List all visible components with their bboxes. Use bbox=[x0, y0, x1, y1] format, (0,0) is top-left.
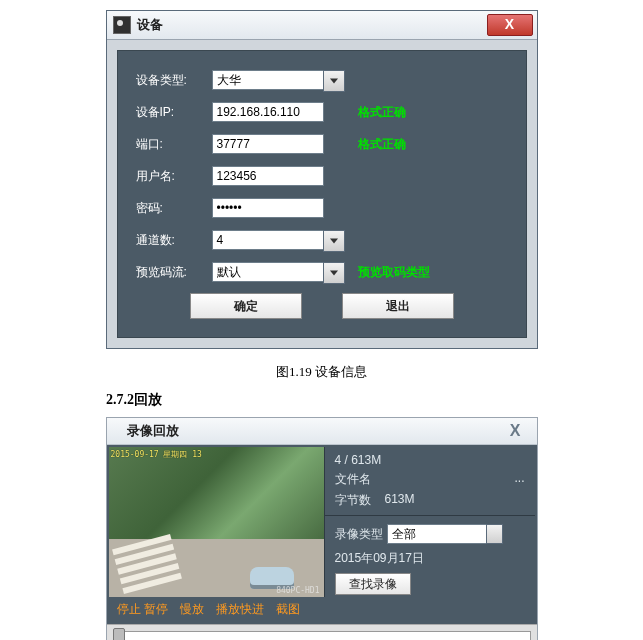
dropdown-arrow-icon[interactable] bbox=[323, 230, 345, 252]
video-watermark: 840PC-HD1 bbox=[276, 586, 319, 595]
file-value: ... bbox=[514, 471, 524, 488]
record-date: 2015年09月17日 bbox=[335, 550, 424, 567]
svg-marker-1 bbox=[330, 239, 338, 244]
username-input[interactable]: 123456 bbox=[212, 166, 324, 186]
channels-value: 4 bbox=[217, 233, 224, 247]
close-button[interactable]: X bbox=[487, 14, 533, 36]
channels-select[interactable]: 4 bbox=[212, 230, 324, 250]
device-dialog: 设备 X 设备类型: 大华 设备IP: 192.168.16.110 格式正确 bbox=[106, 10, 538, 349]
password-value: •••••• bbox=[217, 201, 242, 215]
camera-icon bbox=[113, 424, 127, 438]
svg-marker-0 bbox=[330, 79, 338, 84]
fast-button[interactable]: 播放快进 bbox=[216, 601, 264, 618]
file-label: 文件名 bbox=[335, 471, 385, 488]
bytes-value: 613M bbox=[385, 492, 415, 509]
dropdown-arrow-icon[interactable] bbox=[323, 70, 345, 92]
preview-stream-value: 默认 bbox=[217, 264, 241, 281]
record-type-label: 录像类型 bbox=[335, 526, 387, 543]
preview-stream-select[interactable]: 默认 bbox=[212, 262, 324, 282]
label-channels: 通道数: bbox=[136, 232, 212, 249]
dropdown-arrow-icon[interactable] bbox=[323, 262, 345, 284]
bytes-label: 字节数 bbox=[335, 492, 385, 509]
stop-pause-button[interactable]: 停止 暂停 bbox=[117, 601, 168, 618]
playback-body: 2015-09-17 星期四 13 840PC-HD1 4 / 613M 文件名… bbox=[107, 445, 537, 624]
port-value: 37777 bbox=[217, 137, 250, 151]
record-type-select[interactable]: 全部 bbox=[387, 524, 487, 544]
device-dialog-title: 设备 bbox=[137, 16, 163, 34]
label-port: 端口: bbox=[136, 136, 212, 153]
port-valid-msg: 格式正确 bbox=[358, 136, 406, 153]
close-button[interactable]: X bbox=[501, 422, 531, 440]
snapshot-button[interactable]: 截图 bbox=[276, 601, 300, 618]
device-type-value: 大华 bbox=[217, 72, 241, 89]
section-heading: 2.7.2回放 bbox=[106, 391, 643, 409]
timeline[interactable] bbox=[107, 624, 537, 640]
timeline-track bbox=[113, 631, 531, 640]
slow-button[interactable]: 慢放 bbox=[180, 601, 204, 618]
figure-caption: 图1.19 设备信息 bbox=[0, 363, 643, 381]
label-device-type: 设备类型: bbox=[136, 72, 212, 89]
label-username: 用户名: bbox=[136, 168, 212, 185]
port-input[interactable]: 37777 bbox=[212, 134, 324, 154]
password-input[interactable]: •••••• bbox=[212, 198, 324, 218]
video-preview[interactable]: 2015-09-17 星期四 13 840PC-HD1 bbox=[109, 447, 324, 597]
camera-icon bbox=[113, 16, 131, 34]
ip-valid-msg: 格式正确 bbox=[358, 104, 406, 121]
search-record-button[interactable]: 查找录像 bbox=[335, 573, 411, 595]
record-type-value: 全部 bbox=[392, 526, 416, 543]
device-form: 设备类型: 大华 设备IP: 192.168.16.110 格式正确 端口: bbox=[117, 50, 527, 338]
playback-dialog-titlebar: 录像回放 X bbox=[107, 418, 537, 445]
device-ip-value: 192.168.16.110 bbox=[217, 105, 300, 119]
label-preview-stream: 预览码流: bbox=[136, 264, 212, 281]
exit-button[interactable]: 退出 bbox=[342, 293, 454, 319]
playback-info-pane: 4 / 613M 文件名 ... 字节数 613M 录像类型 bbox=[324, 447, 535, 597]
device-dialog-titlebar: 设备 X bbox=[107, 11, 537, 40]
stream-valid-msg: 预览取码类型 bbox=[358, 264, 430, 281]
progress-text: 4 / 613M bbox=[335, 453, 525, 467]
svg-marker-2 bbox=[330, 271, 338, 276]
device-ip-input[interactable]: 192.168.16.110 bbox=[212, 102, 324, 122]
video-timestamp: 2015-09-17 星期四 13 bbox=[111, 449, 202, 460]
username-value: 123456 bbox=[217, 169, 257, 183]
ok-button[interactable]: 确定 bbox=[190, 293, 302, 319]
label-password: 密码: bbox=[136, 200, 212, 217]
label-device-ip: 设备IP: bbox=[136, 104, 212, 121]
timeline-thumb[interactable] bbox=[113, 628, 125, 640]
device-type-select[interactable]: 大华 bbox=[212, 70, 324, 90]
playback-dialog-title: 录像回放 bbox=[127, 422, 179, 440]
playback-dialog: 录像回放 X 2015-09-17 星期四 13 840PC-HD1 4 / 6… bbox=[106, 417, 538, 640]
